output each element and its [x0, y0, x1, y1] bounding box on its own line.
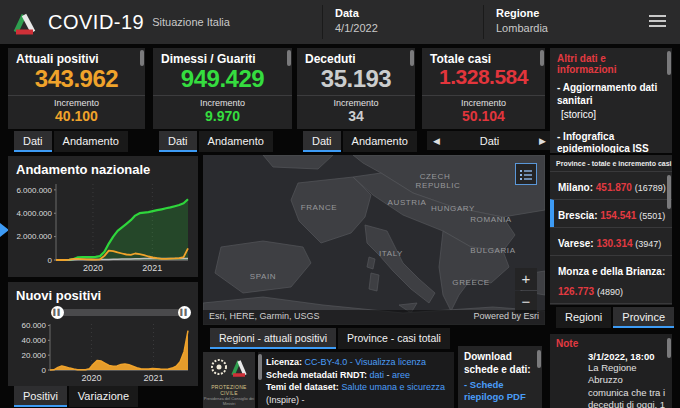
increment-value: 9.970 — [153, 108, 292, 124]
province-row[interactable]: Varese: 130.314 (3947) — [550, 227, 672, 255]
card-dimessi-guariti: Dimessi / Guariti 949.429 Incremento 9.9… — [153, 48, 292, 129]
tab-province-casi-totali[interactable]: Province - casi totali — [338, 328, 450, 349]
card3-tabs: DatiAndamento — [303, 131, 419, 153]
powered-by-esri: Powered by Esri — [473, 311, 539, 324]
card-value: 1.328.584 — [422, 66, 545, 88]
province-increment: (3947) — [635, 239, 661, 249]
province-row[interactable]: Monza e della Brianza: 126.773 (4890) — [550, 255, 672, 303]
country-label: CZECH — [420, 172, 451, 181]
tab-dati[interactable]: Dati — [303, 131, 341, 152]
slider-handle-end[interactable]: ▌▌ — [178, 306, 191, 319]
menu-icon[interactable] — [649, 15, 666, 30]
download-pdf-link[interactable]: - Schede riepilogo PDF — [464, 379, 536, 404]
altri-dati-link[interactable]: - Aggiornamento dati sanitari — [557, 82, 665, 107]
protezione-civile-logo-icon — [10, 8, 38, 36]
card-totale-casi: Totale casi 1.328.584 Incremento 50.104 — [422, 48, 545, 129]
tab-dati[interactable]: Dati — [159, 131, 197, 152]
province-row[interactable]: Brescia: 154.541 (5501) — [550, 199, 672, 227]
tab-regioni-attuali-positivi[interactable]: Regioni - attuali positivi — [210, 328, 336, 349]
svg-text:2.000.000: 2.000.000 — [16, 232, 52, 241]
svg-text:0: 0 — [42, 366, 47, 375]
legend-list-icon — [519, 168, 533, 182]
province-name: Varese: — [558, 238, 596, 249]
province-header: Province - totale e incremento casi — [550, 155, 672, 171]
aree-link[interactable]: aree — [392, 370, 410, 380]
tab-regioni[interactable]: Regioni — [556, 307, 611, 328]
increment-label: Incremento — [422, 98, 545, 108]
logo-subtext: Presidenza del Consiglio dei Ministri — [203, 396, 255, 406]
card-title: Deceduti — [297, 48, 415, 66]
altri-dati-link[interactable]: - Infografica epidemiologica ISS — [557, 131, 665, 154]
country-label: AUSTRIA — [388, 198, 427, 207]
note-panel: Note 3/1/2022, 18:00 La Regione Abruzzo … — [550, 334, 672, 408]
date-block: Data 4/1/2022 — [322, 5, 378, 39]
note-text: La Regione Abruzzo comunica che tra i de… — [588, 362, 666, 408]
andamento-nazionale-chart: 02.000.0004.000.0006.000.00020202021 — [10, 179, 194, 273]
region-block: Regione Lombardia — [483, 5, 548, 39]
tab-variazione[interactable]: Variazione — [69, 386, 138, 407]
scrollbar-thumb[interactable] — [667, 338, 671, 358]
country-label: FRANCE — [301, 203, 338, 212]
card-value: 35.193 — [297, 66, 415, 91]
country-label: BULGARIA — [470, 246, 515, 255]
scrollbar-thumb[interactable] — [667, 51, 671, 75]
country-label: SPAIN — [250, 272, 276, 281]
scrollbar-thumb[interactable] — [258, 354, 262, 380]
protezione-civile-footer-logo: PROTEZIONE CIVILE Presidenza del Consigl… — [203, 352, 255, 408]
slider-track[interactable] — [54, 309, 188, 316]
covid-dashboard: COVID-19 Situazione Italia Data 4/1/2022… — [0, 0, 680, 408]
date-value: 4/1/2022 — [335, 22, 378, 34]
scrollbar-thumb[interactable] — [140, 50, 144, 66]
province-row[interactable]: Bergamo: 88.891 (4448) — [550, 303, 672, 305]
dataset-theme-label: Temi del dataset: — [266, 382, 339, 392]
nuovi-positivi-chart: 020.00040.00060.00020202021 — [10, 319, 194, 383]
tab-positivi[interactable]: Positivi — [14, 386, 67, 407]
province-total: 451.870 — [596, 182, 635, 193]
scrollbar-thumb[interactable] — [667, 175, 671, 209]
chart-title: Andamento nazionale — [8, 156, 198, 179]
province-row[interactable]: Milano: 451.870 (16789) — [550, 171, 672, 199]
legend-button[interactable] — [515, 163, 537, 185]
province-increment: (4890) — [597, 287, 623, 297]
province-name: Monza e della Brianza: — [558, 266, 665, 277]
map-landmass — [203, 155, 545, 325]
view-license-link[interactable]: Visualizza licenza — [355, 357, 426, 367]
tab-andamento[interactable]: Andamento — [54, 131, 128, 152]
note-heading: Note — [556, 338, 666, 349]
svg-text:0: 0 — [48, 256, 53, 265]
card-value: 343.962 — [8, 66, 145, 91]
chart-title: Nuovi positivi — [8, 282, 198, 305]
zoom-in-button[interactable]: + — [515, 268, 537, 290]
tab-andamento[interactable]: Andamento — [343, 131, 417, 152]
scrollbar-thumb[interactable] — [537, 350, 541, 368]
right-tabs: RegioniProvince — [556, 307, 676, 329]
tab-andamento[interactable]: Andamento — [199, 131, 273, 152]
province-increment: (5501) — [639, 211, 665, 221]
scrollbar-thumb[interactable] — [410, 50, 414, 66]
province-panel: Province - totale e incremento casi Mila… — [550, 155, 672, 305]
tab-dati[interactable]: Dati — [14, 131, 52, 152]
license-panel: Licenza: CC-BY-4.0 - Visualizza licenza … — [258, 352, 454, 408]
tab-province[interactable]: Province — [613, 307, 674, 328]
province-total: 154.541 — [600, 210, 639, 221]
dati-link[interactable]: dati — [370, 370, 385, 380]
time-range-slider: ▌▌ ▌▌ — [54, 306, 188, 319]
scrollbar-thumb[interactable] — [540, 50, 544, 66]
altri-dati-link[interactable]: [storico] — [557, 109, 665, 122]
protezione-civile-emblem-icon — [209, 355, 249, 379]
date-label: Data — [335, 7, 378, 19]
slider-handle-start[interactable]: ▌▌ — [51, 306, 64, 319]
note-timestamp: 3/1/2022, 18:00 — [588, 351, 666, 362]
europe-map[interactable]: CZECHREPUBLICAUSTRIAHUNGARYROMANIABULGAR… — [203, 155, 545, 325]
card2-tabs: DatiAndamento — [159, 131, 275, 153]
svg-text:6.000.000: 6.000.000 — [16, 186, 52, 195]
pager-prev-icon[interactable]: ◀ — [433, 136, 440, 146]
license-link[interactable]: CC-BY-4.0 — [305, 357, 348, 367]
region-label: Regione — [496, 7, 548, 19]
salute-link[interactable]: Salute umana e sicurezza — [341, 382, 445, 392]
pager-next-icon[interactable]: ▶ — [539, 136, 546, 146]
scrollbar-thumb[interactable] — [287, 50, 291, 66]
increment-label: Incremento — [297, 98, 415, 108]
increment-label: Incremento — [153, 98, 292, 108]
card-title: Dimessi / Guariti — [153, 48, 292, 66]
